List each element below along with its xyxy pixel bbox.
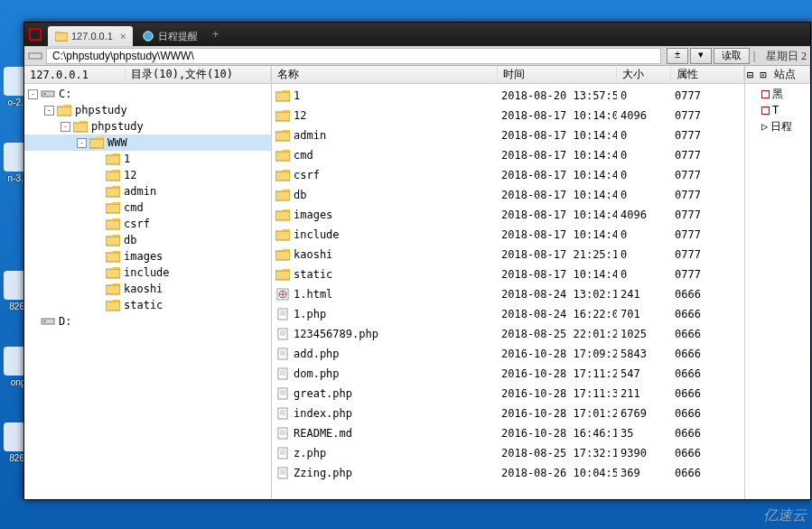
tree-row[interactable]: kaoshi [24,281,271,297]
file-time: 2016-10-28 17:11:20 [498,367,617,380]
tree-row[interactable]: db [24,232,271,248]
square-icon [761,107,770,115]
file-attr: 0666 [671,467,744,479]
tab[interactable]: 127.0.0.1× [48,26,133,46]
side-item[interactable]: ▷日程 [745,118,810,135]
list-row[interactable]: README.md2016-10-28 16:46:14350666 [272,423,744,443]
list-row[interactable]: 122018-08-17 10:14:0940960777 [272,106,744,125]
col-time[interactable]: 时间 [498,67,617,82]
side-pane: ⊟ ⊡ 站点 黑T▷日程 [745,66,810,499]
list-row[interactable]: static2018-08-17 10:14:4000777 [272,264,744,284]
tab[interactable]: 日程提醒 [135,26,205,46]
tree-row[interactable]: include [24,264,271,281]
list-row[interactable]: include2018-08-17 10:14:4000777 [272,225,744,245]
updown-button[interactable]: ± [667,48,688,64]
svg-rect-77 [278,408,287,419]
svg-rect-29 [106,285,120,294]
svg-rect-1 [55,33,68,42]
file-size: 369 [617,467,671,479]
tree-toggle[interactable]: - [77,138,87,148]
tree-row[interactable]: 12 [24,167,271,183]
svg-rect-31 [106,302,120,311]
col-attr[interactable]: 属性 [671,67,744,82]
tree-row[interactable]: -phpstudy [24,102,271,118]
window-menu-icon[interactable] [28,27,48,42]
file-name: cmd [294,149,313,162]
file-attr: 0777 [671,189,744,201]
list-row[interactable]: csrf2018-08-17 10:14:4000777 [272,165,744,185]
tree-header-host[interactable]: 127.0.0.1 [24,69,126,81]
list-row[interactable]: 12018-08-20 13:57:5100777 [272,86,744,106]
list-row[interactable]: Zzing.php2018-08-26 10:04:563690666 [272,463,744,483]
list-row[interactable]: images2018-08-17 10:14:4040960777 [272,205,744,225]
tab-add[interactable]: + [207,28,224,41]
status-label: 星期日 2 [766,49,807,64]
list-row[interactable]: cmd2018-08-17 10:14:4000777 [272,145,744,165]
file-attr: 0777 [671,228,744,241]
list-row[interactable]: add.php2016-10-28 17:09:2958430666 [272,344,744,364]
list-row[interactable]: 1.php2018-08-24 16:22:017010666 [272,304,744,324]
file-name: index.php [294,407,352,420]
side-title[interactable]: 站点 [769,67,810,82]
list-row[interactable]: great.php2016-10-28 17:11:332110666 [272,384,744,404]
tree-label: kaoshi [124,283,163,295]
tree-row[interactable]: csrf [24,216,271,232]
tree-row[interactable]: D: [24,313,271,329]
file-time: 2018-08-24 16:22:01 [498,308,617,320]
content: 127.0.0.1 目录(10),文件(10) -C:-phpstudy-php… [24,66,810,499]
tree-header-stats[interactable]: 目录(10),文件(10) [126,67,271,82]
side-item[interactable]: 黑 [745,86,810,102]
tree-row[interactable]: 1 [24,151,271,167]
svg-rect-43 [275,172,290,181]
list-row[interactable]: admin2018-08-17 10:14:4000777 [272,125,744,145]
file-attr: 0777 [671,109,744,122]
svg-rect-0 [30,29,41,40]
tree-toggle[interactable]: - [28,89,38,99]
file-time: 2016-10-28 16:46:14 [498,427,617,440]
tree-row[interactable]: -WWW [24,135,271,151]
square-icon [761,90,770,98]
file-time: 2018-08-20 13:57:51 [498,89,617,102]
list-row[interactable]: z.php2018-08-25 17:32:1193900666 [272,443,744,463]
file-time: 2018-08-17 10:14:40 [498,129,617,142]
side-item[interactable]: T [745,102,810,118]
list-row[interactable]: db2018-08-17 10:14:4000777 [272,185,744,205]
list-row[interactable]: 1.html2018-08-24 13:02:182410666 [272,284,744,304]
tab-label: 127.0.0.1 [71,31,113,42]
caret-button[interactable]: ▾ [690,48,712,64]
file-size: 0 [617,248,671,261]
list-row[interactable]: 123456789.php2018-08-25 22:01:2410250666 [272,324,744,344]
file-attr: 0777 [671,268,744,281]
file-attr: 0666 [671,447,744,459]
svg-rect-21 [106,220,120,229]
svg-rect-81 [278,428,287,439]
tree-row[interactable]: cmd [24,200,271,216]
svg-rect-65 [278,348,287,359]
tree-pane: 127.0.0.1 目录(10),文件(10) -C:-phpstudy-php… [24,66,272,499]
list-row[interactable]: index.php2016-10-28 17:01:2467690666 [272,404,744,423]
file-size: 0 [617,189,671,201]
list-row[interactable]: dom.php2016-10-28 17:11:205470666 [272,364,744,384]
svg-rect-37 [275,112,290,121]
tree-toggle[interactable]: - [44,106,54,116]
col-name[interactable]: 名称 [272,67,498,82]
tree-row[interactable]: -phpstudy [24,118,271,135]
tab-close[interactable]: × [120,31,126,42]
file-attr: 0666 [671,328,744,340]
tree-label: db [124,234,136,246]
svg-rect-51 [275,251,290,260]
tree-row[interactable]: images [24,248,271,264]
titlebar: 127.0.0.1×日程提醒 + [24,23,810,46]
svg-rect-49 [275,231,290,240]
tree-row[interactable]: -C: [24,86,271,102]
path-input[interactable] [46,48,661,64]
tab-label: 日程提醒 [158,30,198,43]
tree-row[interactable]: admin [24,183,271,200]
svg-rect-4 [29,53,42,59]
list-row[interactable]: kaoshi2018-08-17 21:25:1800777 [272,245,744,264]
file-size: 1025 [617,328,671,340]
read-button[interactable]: 读取 [714,48,750,64]
col-size[interactable]: 大小 [617,67,671,82]
tree-toggle[interactable]: - [61,122,70,132]
tree-row[interactable]: static [24,297,271,313]
